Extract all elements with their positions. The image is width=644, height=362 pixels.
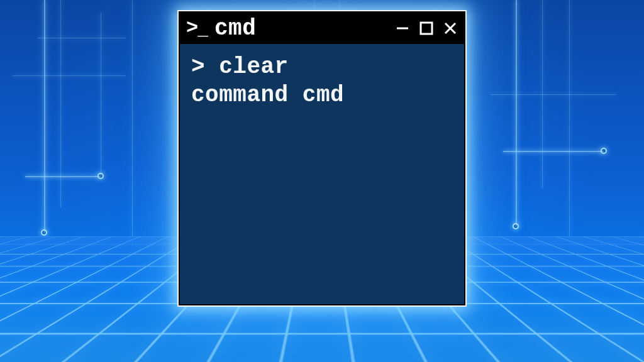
svg-rect-1 bbox=[421, 23, 432, 34]
terminal-line: command cmd bbox=[191, 81, 453, 109]
terminal-line: > clear bbox=[191, 53, 453, 81]
minimize-button[interactable] bbox=[395, 21, 410, 36]
window-controls bbox=[395, 13, 458, 44]
minimize-icon bbox=[395, 21, 410, 36]
terminal-prompt-icon: >_ bbox=[186, 18, 207, 38]
titlebar[interactable]: >_ cmd bbox=[180, 13, 464, 44]
maximize-icon bbox=[419, 21, 433, 35]
close-button[interactable] bbox=[443, 21, 458, 36]
background-stage: >_ cmd bbox=[0, 0, 644, 362]
window-title: cmd bbox=[214, 16, 256, 41]
terminal-body[interactable]: > clear command cmd bbox=[180, 44, 464, 118]
maximize-button[interactable] bbox=[419, 21, 434, 36]
terminal-window: >_ cmd bbox=[179, 11, 465, 305]
close-icon bbox=[443, 21, 458, 36]
